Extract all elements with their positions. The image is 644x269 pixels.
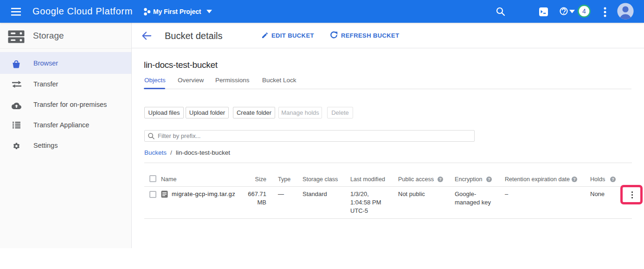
svg-text:4: 4: [582, 7, 586, 15]
